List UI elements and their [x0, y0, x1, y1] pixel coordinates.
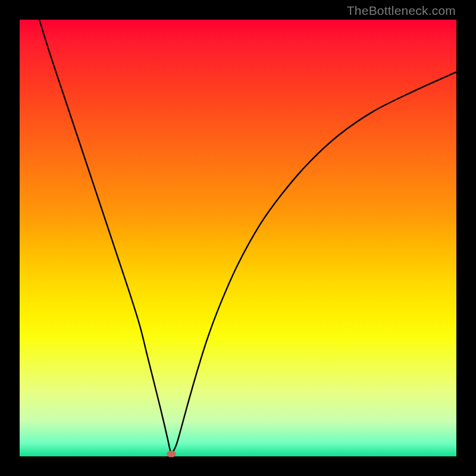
minimum-marker: [167, 450, 176, 457]
plot-area: [20, 20, 456, 456]
bottleneck-curve: [39, 20, 456, 453]
chart-frame: TheBottleneck.com: [0, 0, 476, 476]
watermark: TheBottleneck.com: [347, 4, 456, 18]
curve-svg: [20, 20, 456, 456]
